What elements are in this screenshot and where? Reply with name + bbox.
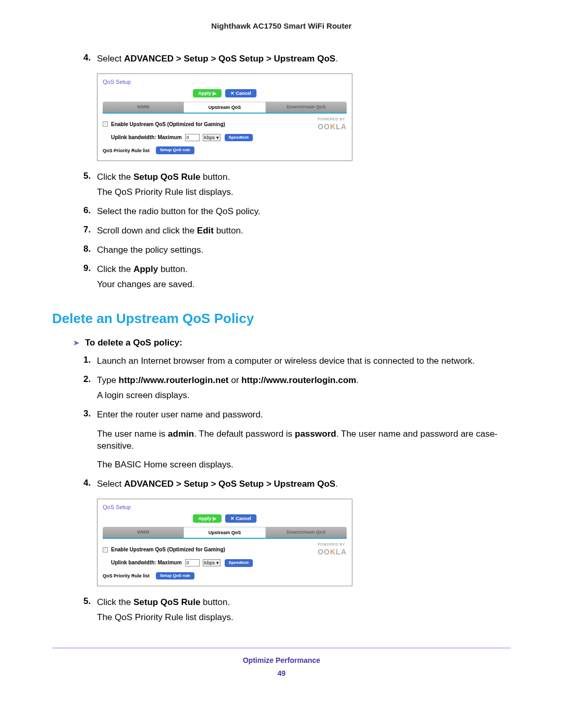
username: admin bbox=[168, 429, 194, 439]
priority-label: QoS Priority Rule list bbox=[103, 573, 150, 579]
text: Click the bbox=[97, 597, 133, 607]
step-5: 5. Click the Setup QoS Rule button. The … bbox=[83, 170, 511, 202]
text: The BASIC Home screen displays. bbox=[97, 459, 511, 471]
procedure-intro: ➤ To delete a QoS policy: bbox=[73, 337, 511, 349]
text: button. bbox=[214, 226, 243, 236]
step-num: 5. bbox=[83, 596, 97, 627]
page-header: Nighthawk AC1750 Smart WiFi Router bbox=[52, 21, 511, 31]
tabs: WMM Upstream QoS Downstream QoS bbox=[103, 527, 347, 539]
t: K bbox=[330, 548, 336, 556]
ookla-text: OOKLA bbox=[317, 122, 347, 132]
text: Type bbox=[97, 375, 119, 385]
del-step-1: 1. Launch an Internet browser from a com… bbox=[83, 354, 511, 371]
step-num: 3. bbox=[83, 408, 97, 475]
tabs: WMM Upstream QoS Downstream QoS bbox=[103, 102, 347, 114]
step-body: Select ADVANCED > Setup > QoS Setup > Up… bbox=[97, 477, 511, 493]
step-body: Click the Setup QoS Rule button. The QoS… bbox=[97, 596, 511, 627]
step-body: Select the radio button for the QoS poli… bbox=[97, 205, 511, 221]
del-step-2: 2. Type http://www.routerlogin.net or ht… bbox=[83, 374, 511, 405]
text: Select bbox=[97, 54, 124, 64]
t: LA bbox=[336, 548, 347, 556]
text: . The default password is bbox=[194, 429, 295, 439]
step-body: Click the Apply button. Your changes are… bbox=[97, 263, 511, 294]
step-num: 2. bbox=[83, 374, 97, 405]
step-7: 7. Scroll down and click the Edit button… bbox=[83, 224, 511, 240]
t: K bbox=[330, 122, 336, 131]
step-num: 8. bbox=[83, 243, 97, 260]
setup-qos-rule-button[interactable]: Setup QoS rule bbox=[156, 146, 194, 154]
step-6: 6. Select the radio button for the QoS p… bbox=[83, 205, 511, 221]
footer-title: Optimize Performance bbox=[52, 656, 511, 665]
priority-label: QoS Priority Rule list bbox=[103, 147, 150, 154]
t: OO bbox=[317, 548, 330, 556]
cancel-button[interactable]: ✕ Cancel bbox=[225, 514, 256, 523]
step-num: 4. bbox=[83, 52, 97, 68]
enable-checkbox[interactable]: ✓ bbox=[103, 547, 108, 552]
priority-row: QoS Priority Rule list Setup QoS rule bbox=[103, 146, 347, 154]
text: The QoS Priority Rule list displays. bbox=[97, 187, 511, 199]
ookla-text: OOKLA bbox=[317, 547, 347, 557]
apply-button[interactable]: Apply ▶ bbox=[193, 514, 222, 523]
step-body: Change the policy settings. bbox=[97, 243, 511, 260]
uplink-row: Uplink bandwidth: Maximum Kbps ▾ Speedte… bbox=[111, 559, 347, 567]
kbps-select[interactable]: Kbps ▾ bbox=[203, 134, 221, 141]
speedtest-button[interactable]: Speedtest bbox=[225, 134, 253, 142]
priority-row: QoS Priority Rule list Setup QoS rule bbox=[103, 572, 347, 580]
step-8: 8. Change the policy settings. bbox=[83, 243, 511, 260]
speedtest-button[interactable]: Speedtest bbox=[225, 559, 253, 567]
section-heading: Delete an Upstream QoS Policy bbox=[52, 310, 511, 328]
text: Click the bbox=[97, 172, 133, 182]
nav-path: ADVANCED > Setup > QoS Setup > Upstream … bbox=[124, 54, 335, 64]
text: Launch an Internet browser from a comput… bbox=[97, 355, 511, 367]
powered-by: POWERED BY bbox=[317, 542, 347, 547]
apply-button[interactable]: Apply ▶ bbox=[193, 89, 222, 97]
chevron-down-icon: ▾ bbox=[216, 135, 219, 140]
del-step-4: 4. Select ADVANCED > Setup > QoS Setup >… bbox=[83, 477, 511, 493]
arrow-icon: ➤ bbox=[73, 338, 80, 348]
step-body: Launch an Internet browser from a comput… bbox=[97, 354, 511, 371]
t: Kbps bbox=[204, 560, 215, 565]
button-name: Edit bbox=[197, 226, 214, 236]
tab-upstream[interactable]: Upstream QoS bbox=[183, 527, 265, 538]
text: or bbox=[229, 375, 242, 385]
tab-wmm[interactable]: WMM bbox=[103, 102, 183, 113]
footer-page: 49 bbox=[52, 669, 511, 678]
text: A login screen displays. bbox=[97, 390, 511, 402]
uplink-input[interactable] bbox=[185, 559, 200, 566]
button-name: Setup QoS Rule bbox=[133, 597, 200, 607]
step-4: 4. Select ADVANCED > Setup > QoS Setup >… bbox=[83, 52, 511, 68]
cancel-button[interactable]: ✕ Cancel bbox=[225, 89, 256, 97]
t: LA bbox=[336, 122, 347, 131]
url: http://www.routerlogin.net bbox=[119, 375, 229, 385]
powered-by: POWERED BY bbox=[317, 117, 347, 121]
del-step-3: 3. Enter the router user name and passwo… bbox=[83, 408, 511, 475]
tab-wmm[interactable]: WMM bbox=[103, 527, 183, 538]
tab-downstream[interactable]: Downstream QoS bbox=[266, 527, 347, 538]
qos-title: QoS Setup bbox=[103, 503, 347, 511]
step-num: 5. bbox=[83, 170, 97, 202]
text: button. bbox=[200, 172, 230, 182]
text: Click the bbox=[97, 264, 133, 274]
step-body: Select ADVANCED > Setup > QoS Setup > Up… bbox=[97, 52, 511, 68]
setup-qos-rule-button[interactable]: Setup QoS rule bbox=[156, 572, 194, 580]
uplink-input[interactable] bbox=[185, 134, 200, 141]
text: The QoS Priority Rule list displays. bbox=[97, 612, 511, 624]
uplink-row: Uplink bandwidth: Maximum Kbps ▾ Speedte… bbox=[111, 134, 347, 142]
step-body: Type http://www.routerlogin.net or http:… bbox=[97, 374, 511, 405]
step-9: 9. Click the Apply button. Your changes … bbox=[83, 263, 511, 294]
enable-label: Enable Upstream QoS (Optimized for Gamin… bbox=[111, 121, 225, 128]
qos-buttons: Apply ▶ ✕ Cancel bbox=[103, 89, 347, 97]
text: The user name is bbox=[97, 429, 168, 439]
kbps-select[interactable]: Kbps ▾ bbox=[203, 559, 221, 566]
step-body: Click the Setup QoS Rule button. The QoS… bbox=[97, 170, 511, 202]
enable-checkbox[interactable]: ✓ bbox=[103, 121, 108, 127]
ookla-logo: POWERED BY OOKLA bbox=[317, 117, 347, 131]
tab-upstream[interactable]: Upstream QoS bbox=[183, 102, 265, 113]
tab-downstream[interactable]: Downstream QoS bbox=[266, 102, 347, 113]
t: Kbps bbox=[204, 135, 215, 140]
intro-text: To delete a QoS policy: bbox=[85, 337, 182, 349]
step-num: 7. bbox=[83, 224, 97, 240]
step-body: Enter the router user name and password.… bbox=[97, 408, 511, 475]
qos-screenshot: QoS Setup Apply ▶ ✕ Cancel WMM Upstream … bbox=[97, 499, 352, 586]
uplink-label: Uplink bandwidth: Maximum bbox=[111, 134, 182, 141]
